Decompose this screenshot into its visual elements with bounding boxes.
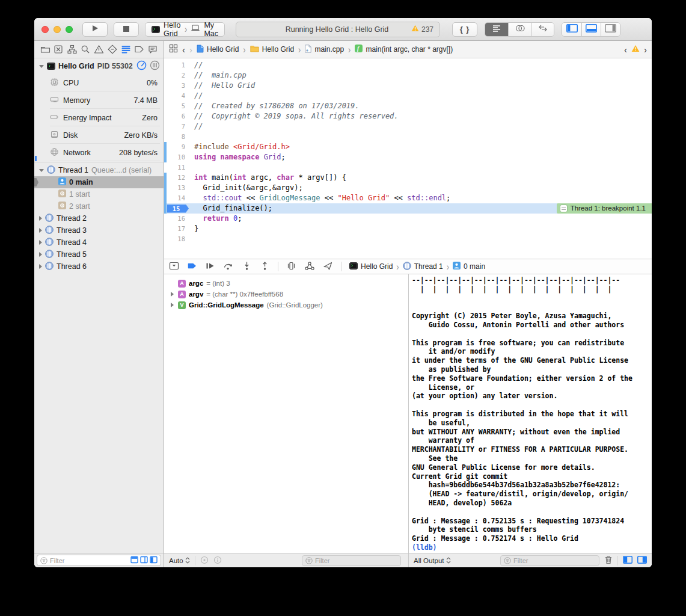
next-issue-button[interactable]: ›	[644, 45, 647, 54]
disclosure-triangle[interactable]	[39, 228, 42, 233]
line-number[interactable]: 9	[164, 142, 191, 152]
line-number[interactable]: 4	[164, 91, 191, 101]
gauge-row-network[interactable]: Network 208 bytes/s	[34, 144, 164, 161]
gauge-row-energy-impact[interactable]: Energy Impact Zero	[34, 109, 164, 126]
source-control-navigator-icon[interactable]	[52, 43, 64, 55]
line-number[interactable]: 6	[164, 111, 191, 122]
disclosure-triangle[interactable]	[39, 216, 42, 221]
line-number[interactable]: 12	[164, 173, 191, 183]
line-number[interactable]: 11	[164, 162, 191, 173]
previous-issue-button[interactable]: ‹	[624, 45, 627, 54]
thread-row[interactable]: Thread 5	[34, 248, 164, 260]
thread-row[interactable]: Thread 1Queue:...d (serial)	[34, 164, 164, 176]
jump-bar-segment[interactable]: fmain(int argc, char * argv[])	[355, 45, 453, 54]
report-navigator-icon[interactable]	[147, 43, 159, 55]
line-number[interactable]: 3	[164, 81, 191, 91]
issue-navigator-icon[interactable]	[93, 43, 105, 55]
stack-frame-row[interactable]: 0 main	[34, 176, 164, 188]
breakpoint-indicator[interactable]: 15	[167, 205, 189, 213]
jump-bar-segment[interactable]: +main.cpp	[305, 45, 344, 55]
thread-row[interactable]: Thread 6	[34, 260, 164, 273]
line-number[interactable]: 17	[164, 224, 191, 234]
line-number[interactable]: 14	[164, 193, 191, 203]
variable-row[interactable]: A argc = (int) 3	[164, 278, 408, 289]
process-row[interactable]: Hello Grid PID 55302	[34, 58, 164, 74]
back-button[interactable]: ‹	[182, 45, 185, 54]
disclosure-triangle[interactable]	[39, 252, 42, 257]
line-number[interactable]: 15	[164, 203, 191, 214]
line-number[interactable]: 7	[164, 122, 191, 132]
navigator-filter-input[interactable]: Filter	[37, 555, 161, 566]
project-navigator-icon[interactable]	[39, 43, 51, 55]
console-output-popup[interactable]: All Output	[414, 557, 451, 564]
version-editor-button[interactable]	[531, 23, 554, 36]
step-over-button[interactable]	[223, 261, 234, 273]
clear-console-button[interactable]	[604, 555, 613, 565]
toggle-console-view-button[interactable]	[637, 556, 647, 565]
console-output[interactable]: --|--|--|--|--|--|--|--|--|--|--|--|--|-…	[409, 274, 652, 553]
toggle-variables-view-button[interactable]	[623, 556, 632, 565]
continue-button[interactable]	[205, 261, 215, 273]
threads-view-button[interactable]	[150, 60, 160, 72]
line-number[interactable]: 2	[164, 70, 191, 81]
line-number[interactable]: 5	[164, 101, 191, 111]
thread-row[interactable]: Thread 4	[34, 236, 164, 248]
step-out-button[interactable]	[260, 261, 270, 273]
variable-row[interactable]: V Grid::GridLogMessage (Grid::GridLogger…	[164, 300, 408, 310]
line-number[interactable]: 8	[164, 132, 191, 142]
memory-graph-button[interactable]	[304, 261, 315, 273]
view-mode-split-icon[interactable]	[140, 556, 148, 565]
related-items-icon[interactable]	[169, 44, 178, 55]
stack-frame-row[interactable]: 1 start	[34, 188, 164, 200]
stop-button[interactable]	[114, 22, 139, 37]
activity-viewer[interactable]: Running Hello Grid : Hello Grid 237	[236, 22, 440, 37]
gauge-row-cpu[interactable]: CPU 0%	[34, 74, 164, 91]
debug-context-segment[interactable]: Hello Grid	[349, 262, 393, 271]
assistant-editor-button[interactable]	[508, 23, 531, 36]
line-number[interactable]: 1	[164, 60, 191, 70]
thread-row[interactable]: Thread 3	[34, 224, 164, 236]
variables-view[interactable]: A argc = (int) 3 A argv = (char **) 0x7f…	[164, 274, 409, 553]
console-filter-input[interactable]: Filter	[500, 555, 599, 566]
jump-bar-segment[interactable]: Hello Grid	[250, 45, 294, 54]
toggle-debug-area-button[interactable]	[581, 23, 601, 36]
toggle-navigator-button[interactable]	[562, 23, 581, 36]
step-into-button[interactable]	[242, 261, 252, 273]
source-editor[interactable]: 1//2// main.cpp3// Hello Grid4//5// Crea…	[164, 58, 652, 259]
forward-button[interactable]: ›	[189, 45, 192, 54]
line-number[interactable]: 10	[164, 152, 191, 162]
variable-row[interactable]: A argv = (char **) 0x7ffeefbff568	[164, 289, 408, 300]
debug-context-segment[interactable]: 0 main	[453, 262, 485, 271]
hide-debug-area-button[interactable]	[169, 261, 179, 273]
test-navigator-icon[interactable]	[106, 43, 118, 55]
disclosure-triangle[interactable]	[171, 303, 174, 307]
disclosure-triangle[interactable]	[39, 65, 44, 68]
breakpoint-navigator-icon[interactable]	[133, 43, 145, 55]
scheme-selector[interactable]: Hello Grid › My Mac	[145, 22, 225, 37]
run-button[interactable]	[82, 22, 108, 37]
disclosure-triangle[interactable]	[171, 292, 174, 297]
gauges-view-button[interactable]	[136, 60, 147, 72]
info-icon[interactable]	[213, 556, 222, 565]
symbol-navigator-icon[interactable]	[66, 43, 78, 55]
variables-scope-popup[interactable]: Auto	[169, 557, 190, 564]
disclosure-triangle[interactable]	[39, 240, 42, 245]
simulate-location-button[interactable]	[323, 261, 333, 273]
scope-icon[interactable]	[200, 556, 209, 565]
gauge-row-memory[interactable]: Memory 7.4 MB	[34, 91, 164, 109]
view-debugger-button[interactable]	[286, 261, 296, 273]
standard-editor-button[interactable]	[485, 23, 508, 36]
view-mode-left-icon[interactable]	[150, 556, 158, 565]
line-number[interactable]: 18	[164, 234, 191, 244]
disclosure-triangle[interactable]	[39, 169, 44, 172]
breakpoints-toggle-button[interactable]	[187, 261, 197, 273]
library-button[interactable]: { }	[452, 22, 477, 37]
warning-count-badge[interactable]: 237	[405, 22, 439, 37]
debug-navigator-icon[interactable]	[120, 43, 132, 55]
warning-icon[interactable]	[631, 45, 640, 54]
find-navigator-icon[interactable]	[79, 43, 91, 55]
jump-bar-segment[interactable]: Hello Grid	[197, 45, 239, 55]
stack-frame-row[interactable]: 2 start	[34, 200, 164, 212]
close-window-button[interactable]	[41, 26, 49, 33]
thread-row[interactable]: Thread 2	[34, 212, 164, 224]
